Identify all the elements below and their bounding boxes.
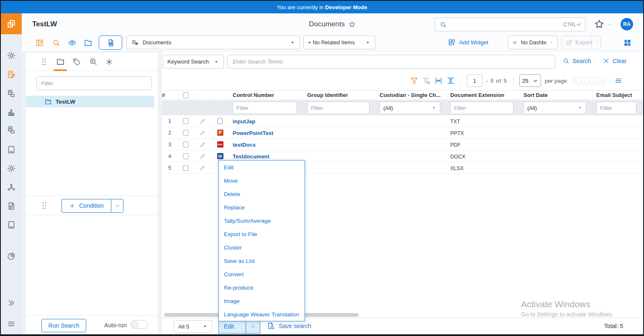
context-menu-item[interactable]: Image [219, 294, 305, 308]
tab-saved-searches[interactable] [87, 53, 98, 71]
column-header-cust[interactable]: Custodian - Single Ch... [376, 91, 447, 99]
context-menu-item[interactable]: Export to File [219, 227, 305, 241]
search-mode-select[interactable]: Keyword Search [163, 55, 224, 69]
context-menu-item[interactable]: Save as List [219, 254, 305, 267]
clear-filters-icon[interactable] [422, 76, 431, 85]
auto-run-toggle[interactable] [131, 320, 148, 329]
notebook-icon[interactable] [7, 145, 16, 154]
row-checkbox[interactable] [183, 153, 189, 159]
filter-input-control[interactable] [233, 102, 297, 114]
view-eye-icon[interactable] [68, 38, 77, 47]
next-page-button[interactable] [590, 77, 597, 84]
dashboard-select[interactable]: No Dashboard S... [508, 36, 558, 49]
last-page-button[interactable] [598, 77, 606, 84]
document-transfer-icon-2[interactable] [7, 125, 16, 135]
search-button[interactable]: Search [562, 57, 591, 64]
filter-select-cust[interactable]: (All) [380, 102, 440, 114]
row-checkbox[interactable] [183, 165, 189, 171]
document-link[interactable]: testDocs [233, 142, 256, 148]
related-items-select[interactable]: + No Related Items [303, 36, 375, 49]
notebook-icon-2[interactable] [7, 220, 16, 229]
document-link[interactable]: inputJap [233, 118, 255, 125]
context-menu-item[interactable]: Convert [219, 267, 305, 281]
per-page-select[interactable]: 25 [519, 74, 541, 87]
folder-tree-item[interactable]: TestLW [26, 96, 154, 107]
folder-browser-icon[interactable] [84, 38, 92, 47]
tab-field-tree[interactable] [71, 53, 82, 71]
export-caret-icon[interactable] [592, 36, 600, 49]
edit-pencil-icon[interactable] [199, 153, 206, 160]
clear-button[interactable]: Clear [603, 57, 626, 64]
filter-input-group[interactable] [307, 102, 369, 114]
add-condition-button[interactable]: Condition [62, 199, 111, 213]
bar-chart-icon[interactable] [7, 108, 16, 117]
grid-layout-icon[interactable] [623, 38, 632, 47]
context-menu-item[interactable]: Re-produce [219, 281, 305, 294]
row-checkbox[interactable] [183, 118, 189, 124]
filter-funnel-icon[interactable] [410, 76, 418, 85]
mass-action-caret[interactable] [246, 320, 260, 333]
export-button[interactable]: Export [562, 36, 601, 49]
context-menu-item[interactable]: Move [219, 174, 305, 187]
prev-page-button[interactable] [582, 77, 589, 84]
row-checkbox[interactable] [183, 142, 189, 148]
document-link[interactable]: PowerPointTest [233, 130, 273, 136]
column-header-group[interactable]: Group Identifier [304, 91, 376, 99]
search-terms-input[interactable] [227, 55, 555, 69]
column-header-date[interactable]: Sort Date [520, 91, 593, 99]
mass-action-edit[interactable]: Edit [219, 320, 246, 333]
edit-pencil-icon[interactable] [199, 165, 206, 171]
favorite-star-icon[interactable] [348, 20, 356, 28]
integrations-network-icon[interactable] [7, 183, 16, 192]
settings-gear-icon[interactable] [7, 51, 16, 60]
document-transfer-icon[interactable] [7, 89, 16, 98]
mass-scope-select[interactable]: All 5 [174, 320, 213, 333]
context-menu-item[interactable]: Edit [219, 160, 305, 174]
script-document-icon[interactable] [7, 201, 16, 211]
context-menu-item[interactable]: Tally/Sum/Average [219, 214, 305, 227]
context-menu-item[interactable]: Delete [219, 187, 305, 201]
list-options-icon[interactable] [614, 76, 623, 85]
global-search-input[interactable] [450, 21, 560, 28]
review-edit-icon[interactable] [7, 70, 16, 79]
edit-pencil-icon[interactable] [199, 141, 206, 148]
context-menu-item[interactable]: Language Weaver Translation [219, 308, 305, 321]
settings-gear-icon-2[interactable] [7, 164, 16, 173]
browse-panel-icon[interactable] [35, 38, 44, 47]
user-avatar[interactable]: RA [621, 18, 633, 31]
first-page-button[interactable] [573, 77, 580, 84]
app-logo[interactable] [1, 13, 22, 34]
edit-pencil-icon[interactable] [199, 118, 206, 125]
condition-caret-button[interactable] [111, 199, 123, 213]
view-select[interactable]: Documents [126, 36, 300, 49]
favorites-chevron-down-icon[interactable] [607, 22, 613, 28]
context-menu-item[interactable]: Cluster [219, 241, 305, 254]
filter-input-ext[interactable] [450, 102, 513, 114]
tab-folders[interactable] [55, 53, 66, 71]
folder-filter-input[interactable] [36, 76, 152, 90]
favorites-star-icon[interactable] [593, 18, 605, 30]
add-widget-button[interactable]: Add Widget [448, 38, 488, 46]
global-search-box[interactable]: CTRL+/ [435, 18, 585, 31]
column-header-email[interactable]: Email Subject [593, 91, 643, 99]
tab-clusters[interactable] [104, 53, 115, 71]
fit-rows-icon[interactable] [446, 76, 455, 85]
column-width-icon[interactable] [434, 76, 443, 85]
column-header-ext[interactable]: Document Extension [447, 91, 520, 99]
filter-input-email[interactable] [596, 102, 636, 114]
drag-handle-icon[interactable] [41, 201, 47, 210]
edit-pencil-icon[interactable] [199, 130, 206, 136]
document-link[interactable]: Testdocument [233, 153, 269, 160]
pie-chart-icon[interactable] [7, 252, 16, 261]
run-search-button[interactable]: Run Search [41, 319, 86, 332]
collapse-double-chevron-icon[interactable] [7, 298, 16, 308]
row-checkbox[interactable] [183, 130, 189, 136]
filter-select-date[interactable]: (All) [523, 102, 586, 114]
new-document-button[interactable] [99, 36, 122, 50]
context-menu-item[interactable]: Replace [219, 201, 305, 214]
drag-handle-icon[interactable] [41, 58, 47, 66]
select-all-checkbox[interactable] [183, 92, 189, 98]
save-search-button[interactable]: Save search [267, 322, 311, 330]
column-header-control[interactable]: Control Number [229, 91, 304, 99]
page-number-input[interactable] [467, 74, 482, 87]
